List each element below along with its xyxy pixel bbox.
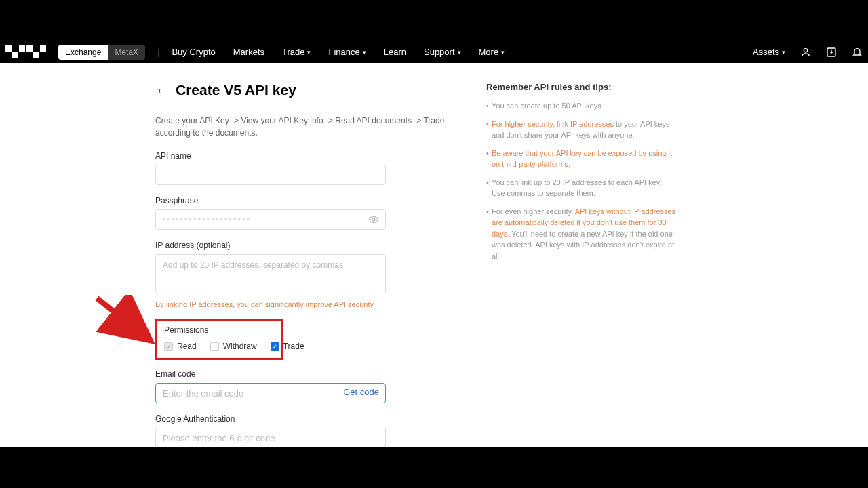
back-arrow-icon[interactable]: ← — [155, 83, 169, 98]
eye-icon[interactable] — [368, 214, 379, 228]
passphrase-input[interactable] — [155, 209, 386, 230]
tips-title: Remember API rules and tips: — [486, 82, 676, 92]
tip-item: Be aware that your API key can be expose… — [486, 148, 676, 170]
nav-finance[interactable]: Finance▾ — [328, 47, 366, 57]
tips-list: You can create up to 50 API keys. For hi… — [486, 100, 676, 262]
svg-point-2 — [372, 218, 375, 221]
nav-learn[interactable]: Learn — [384, 47, 406, 57]
mode-exchange[interactable]: Exchange — [58, 45, 108, 60]
permissions-title: Permissions — [164, 325, 274, 335]
download-icon[interactable] — [826, 47, 837, 58]
mode-toggle: Exchange MetaX — [58, 45, 145, 60]
perm-trade-label: Trade — [283, 342, 304, 351]
email-code-label: Email code — [155, 369, 386, 379]
nav-trade[interactable]: Trade▾ — [282, 47, 311, 57]
passphrase-label: Passphrase — [155, 196, 386, 205]
perm-read-checkbox[interactable]: ✓ — [164, 342, 173, 351]
tip-item: You can create up to 50 API keys. — [486, 100, 676, 112]
chevron-down-icon: ▾ — [782, 49, 785, 56]
user-icon[interactable] — [800, 47, 811, 58]
api-name-label: API name — [155, 151, 386, 161]
perm-withdraw-checkbox[interactable] — [210, 342, 219, 351]
google-auth-input[interactable] — [155, 428, 386, 447]
chevron-down-icon: ▾ — [501, 49, 505, 56]
svg-point-0 — [804, 48, 807, 52]
bell-icon[interactable] — [852, 47, 863, 58]
nav-buy-crypto[interactable]: Buy Crypto — [172, 47, 215, 57]
api-name-input[interactable] — [155, 165, 386, 185]
perm-withdraw-label: Withdraw — [223, 342, 257, 351]
perm-read-label: Read — [177, 342, 197, 351]
nav-support[interactable]: Support▾ — [424, 47, 461, 57]
nav-assets[interactable]: Assets▾ — [753, 47, 785, 57]
page-title: Create V5 API key — [176, 82, 296, 98]
get-code-button[interactable]: Get code — [343, 387, 379, 397]
nav-more[interactable]: More▾ — [479, 47, 505, 57]
chevron-down-icon: ▾ — [363, 49, 366, 56]
navbar: Exchange MetaX | Buy Crypto Markets Trad… — [0, 41, 868, 63]
ip-textarea[interactable] — [155, 254, 386, 293]
chevron-down-icon: ▾ — [458, 49, 461, 56]
tip-item: You can link up to 20 IP addresses to ea… — [486, 177, 676, 199]
ip-helper: By linking IP addresses, you can signifi… — [155, 300, 386, 308]
tip-item: For higher security, link IP addresses t… — [486, 119, 676, 141]
chevron-down-icon: ▾ — [307, 49, 311, 56]
perm-trade-checkbox[interactable]: ✓ — [271, 342, 279, 351]
ip-label: IP address (optional) — [155, 241, 386, 250]
nav-markets[interactable]: Markets — [233, 47, 264, 57]
logo[interactable] — [5, 45, 46, 58]
permissions-section: Permissions ✓ Read Withdraw ✓ Trade — [155, 319, 283, 360]
page-subtitle: Create your API Key -> View your API Key… — [155, 115, 448, 139]
mode-metax[interactable]: MetaX — [108, 45, 145, 60]
google-auth-label: Google Authentication — [155, 414, 386, 424]
tip-item: For even higher security, API keys witho… — [486, 206, 676, 262]
